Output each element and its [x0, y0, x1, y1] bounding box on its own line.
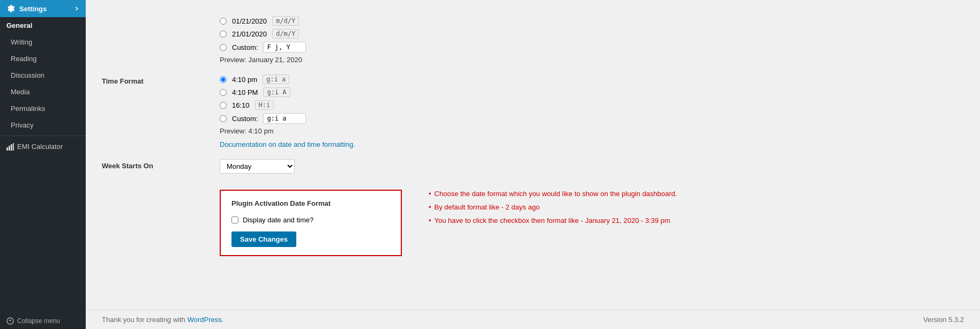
content-area: 01/21/2020 m/d/Y 21/01/2020 d/m/Y Custom…	[86, 0, 980, 310]
svg-rect-0	[6, 147, 8, 151]
date-option-custom: Custom:	[220, 42, 964, 53]
info-bullet-3-text: You have to click the checkbox then form…	[435, 216, 670, 225]
separator	[0, 136, 86, 136]
week-starts-select[interactable]: SundayMondayTuesdayWednesdayThursdayFrid…	[220, 159, 295, 174]
save-button-wrapper: Save Changes	[231, 231, 390, 247]
week-starts-label: Week Starts On	[102, 154, 220, 179]
sidebar-item-permalinks[interactable]: Permalinks	[0, 100, 86, 117]
sidebar-item-reading[interactable]: Reading	[0, 50, 86, 67]
display-datetime-label[interactable]: Display date and time?	[243, 216, 313, 224]
date-radio-1[interactable]	[220, 18, 227, 25]
svg-rect-1	[9, 146, 10, 151]
footer-wp-link[interactable]: WordPress	[188, 316, 222, 324]
doc-link[interactable]: Documentation on date and time formattin…	[220, 140, 355, 148]
info-bullets: • Choose the date format which you would…	[418, 190, 677, 225]
settings-form: 01/21/2020 m/d/Y 21/01/2020 d/m/Y Custom…	[102, 11, 964, 261]
date-custom-input[interactable]	[263, 42, 306, 53]
time-format-options: 4:10 pm g:i a 4:10 PM g:i A 16:10 H:i	[220, 69, 964, 154]
date-option-1-code: m/d/Y	[272, 16, 299, 26]
bullet-dot-1: •	[429, 190, 431, 198]
time-option-3: 16:10 H:i	[220, 100, 964, 110]
time-option-2: 4:10 PM g:i A	[220, 87, 964, 97]
page-footer: Thank you for creating with WordPress. V…	[86, 310, 980, 329]
svg-point-4	[7, 318, 13, 324]
date-option-2-value: 21/01/2020	[232, 30, 267, 38]
save-changes-button[interactable]: Save Changes	[231, 231, 296, 247]
plugin-box: Plugin Activation Date Format Display da…	[220, 190, 402, 256]
time-custom-label: Custom:	[232, 115, 258, 123]
svg-rect-3	[13, 143, 14, 151]
time-preview: Preview: 4:10 pm	[220, 127, 964, 135]
sidebar-item-media[interactable]: Media	[0, 84, 86, 100]
time-custom-input[interactable]	[263, 113, 306, 124]
display-datetime-checkbox[interactable]	[231, 216, 238, 223]
gear-icon	[6, 4, 15, 13]
main-content: 01/21/2020 m/d/Y 21/01/2020 d/m/Y Custom…	[86, 0, 980, 329]
footer-left: Thank you for creating with WordPress.	[102, 316, 223, 324]
plugin-activation-row: Plugin Activation Date Format Display da…	[102, 179, 964, 261]
plugin-activation-label	[102, 179, 220, 261]
date-format-options: 01/21/2020 m/d/Y 21/01/2020 d/m/Y Custom…	[220, 11, 964, 69]
time-radio-custom[interactable]	[220, 115, 227, 122]
footer-thank-you: Thank you for creating with	[102, 316, 185, 324]
time-option-2-code: g:i A	[263, 87, 290, 97]
time-radio-3[interactable]	[220, 102, 227, 109]
svg-rect-2	[11, 144, 12, 151]
info-bullet-2-text: By default format like - 2 days ago	[435, 203, 540, 211]
week-starts-options: SundayMondayTuesdayWednesdayThursdayFrid…	[220, 154, 964, 179]
sidebar-header[interactable]: Settings	[0, 0, 86, 17]
sidebar-item-writing[interactable]: Writing	[0, 34, 86, 50]
date-preview-value: January 21, 2020	[248, 56, 302, 64]
time-option-custom: Custom:	[220, 113, 964, 124]
bullet-dot-2: •	[429, 203, 431, 211]
date-option-1-value: 01/21/2020	[232, 17, 267, 25]
sidebar-item-discussion[interactable]: Discussion	[0, 67, 86, 84]
info-bullet-3: • You have to click the checkbox then fo…	[429, 216, 677, 225]
sidebar-nav: General Writing Reading Discussion Media…	[0, 17, 86, 313]
info-bullet-1-text: Choose the date format which you would l…	[435, 190, 677, 198]
time-radio-2[interactable]	[220, 89, 227, 96]
sidebar-item-privacy[interactable]: Privacy	[0, 117, 86, 133]
week-starts-row: Week Starts On SundayMondayTuesdayWednes…	[102, 154, 964, 179]
info-bullet-1: • Choose the date format which you would…	[429, 190, 677, 198]
plugin-box-title: Plugin Activation Date Format	[231, 199, 390, 208]
emi-calculator-label: EMI Calculator	[17, 143, 63, 151]
date-option-2-code: d/m/Y	[272, 29, 299, 39]
time-option-3-value: 16:10	[232, 101, 250, 109]
checkbox-row: Display date and time?	[231, 216, 390, 224]
footer-version: Version 5.3.2	[923, 316, 964, 324]
date-preview: Preview: January 21, 2020	[220, 56, 964, 64]
date-option-2: 21/01/2020 d/m/Y	[220, 29, 964, 39]
collapse-menu-label: Collapse menu	[17, 317, 60, 325]
collapse-menu[interactable]: Collapse menu	[0, 313, 86, 329]
date-format-label	[102, 11, 220, 69]
plugin-activation-content: Plugin Activation Date Format Display da…	[220, 179, 964, 261]
sidebar-header-label: Settings	[19, 5, 47, 13]
time-option-1: 4:10 pm g:i a	[220, 74, 964, 84]
sidebar: Settings General Writing Reading Discuss…	[0, 0, 86, 329]
time-radio-1[interactable]	[220, 76, 227, 83]
info-bullet-2: • By default format like - 2 days ago	[429, 203, 677, 211]
time-preview-value: 4:10 pm	[248, 127, 273, 135]
date-option-1: 01/21/2020 m/d/Y	[220, 16, 964, 26]
time-option-2-value: 4:10 PM	[232, 88, 258, 96]
time-option-1-value: 4:10 pm	[232, 76, 257, 84]
date-radio-custom[interactable]	[220, 44, 227, 51]
sidebar-item-general[interactable]: General	[0, 17, 86, 34]
date-radio-2[interactable]	[220, 31, 227, 38]
date-custom-label: Custom:	[232, 43, 258, 51]
sidebar-item-emi-calculator[interactable]: EMI Calculator	[0, 138, 86, 155]
date-format-row: 01/21/2020 m/d/Y 21/01/2020 d/m/Y Custom…	[102, 11, 964, 69]
time-option-3-code: H:i	[255, 100, 274, 110]
time-format-label: Time Format	[102, 69, 220, 154]
plugin-row: Plugin Activation Date Format Display da…	[220, 190, 964, 256]
time-format-row: Time Format 4:10 pm g:i a 4:10 PM g:i A	[102, 69, 964, 154]
bullet-dot-3: •	[429, 216, 431, 225]
chart-icon	[6, 143, 14, 151]
chevron-icon	[74, 6, 79, 11]
time-option-1-code: g:i a	[263, 74, 289, 84]
circle-icon	[6, 317, 14, 325]
